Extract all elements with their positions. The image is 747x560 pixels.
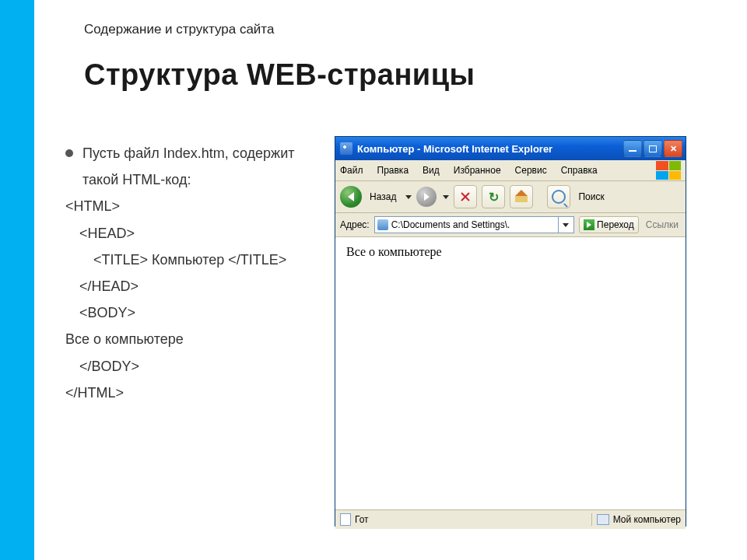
bullet-text: Пусть файл Index.htm, содержит такой HTM…	[82, 140, 330, 193]
close-icon: ✕	[670, 144, 677, 154]
go-button[interactable]: Переход	[579, 216, 639, 233]
status-right-text: Мой компьютер	[613, 514, 681, 525]
menu-view[interactable]: Вид	[423, 165, 440, 176]
go-label: Переход	[597, 219, 634, 230]
windows-logo-icon	[656, 161, 681, 180]
back-dropdown[interactable]	[405, 195, 412, 199]
search-button[interactable]	[547, 185, 570, 208]
maximize-icon	[649, 145, 657, 152]
menu-help[interactable]: Справка	[561, 165, 598, 176]
page-icon	[377, 219, 388, 230]
code-line: <HTML>	[65, 193, 330, 219]
ie-app-icon	[340, 142, 352, 155]
forward-button[interactable]	[416, 187, 437, 207]
status-separator	[591, 513, 592, 526]
links-label[interactable]: Ссылки	[644, 219, 681, 230]
stop-icon	[459, 191, 472, 203]
refresh-button[interactable]: ↻	[482, 185, 505, 208]
slide-left-column: Пусть файл Index.htm, содержит такой HTM…	[65, 140, 330, 406]
ie-window: Компьютер - Microsoft Internet Explorer …	[335, 136, 686, 527]
address-value: C:\Documents and Settings\.	[391, 219, 510, 230]
code-line: Все о компьютере	[65, 326, 330, 352]
slide-accent-bar	[0, 0, 34, 560]
page-body-text: Все о компьютере	[346, 245, 442, 258]
code-line: </HTML>	[65, 380, 330, 406]
forward-dropdown[interactable]	[443, 195, 449, 199]
go-icon	[584, 219, 594, 230]
code-line: </HEAD>	[79, 273, 330, 299]
stop-button[interactable]	[454, 185, 477, 208]
chevron-down-icon	[563, 223, 569, 227]
window-title: Компьютер - Microsoft Internet Explorer	[357, 143, 623, 155]
close-button[interactable]: ✕	[664, 140, 682, 157]
code-line: <HEAD>	[79, 220, 330, 247]
code-line: <TITLE> Компьютер </TITLE>	[93, 247, 330, 273]
address-dropdown[interactable]	[558, 217, 571, 233]
address-field[interactable]: C:\Documents and Settings\.	[374, 216, 574, 233]
bullet-item: Пусть файл Index.htm, содержит такой HTM…	[65, 140, 330, 193]
slide-title: Структура WEB-страницы	[84, 58, 475, 92]
menu-file[interactable]: Файл	[340, 165, 363, 176]
back-button[interactable]	[340, 186, 362, 208]
menubar: Файл Правка Вид Избранное Сервис Справка	[335, 160, 686, 181]
bullet-dot-icon	[65, 149, 73, 157]
search-label: Поиск	[578, 191, 604, 202]
forward-arrow-icon	[424, 193, 430, 201]
status-page-icon	[340, 513, 351, 526]
slide-subtitle: Содержание и структура сайта	[84, 22, 274, 37]
home-icon	[515, 191, 528, 202]
minimize-button[interactable]	[623, 140, 642, 157]
titlebar: Компьютер - Microsoft Internet Explorer …	[335, 137, 686, 160]
browser-viewport: Все о компьютере	[335, 237, 686, 509]
maximize-button[interactable]	[644, 140, 662, 157]
back-label: Назад	[370, 191, 396, 202]
code-line: <BODY>	[79, 299, 330, 326]
menu-favorites[interactable]: Избранное	[454, 165, 501, 176]
refresh-icon: ↻	[489, 190, 499, 205]
home-button[interactable]	[510, 185, 533, 208]
status-left-text: Гот	[355, 514, 369, 525]
search-icon	[552, 190, 566, 204]
address-label: Адрес:	[340, 219, 370, 230]
computer-icon	[597, 514, 609, 525]
addressbar: Адрес: C:\Documents and Settings\. Перех…	[335, 213, 686, 237]
minimize-icon	[629, 150, 637, 152]
code-line: </BODY>	[79, 353, 330, 380]
toolbar: Назад ↻ Поиск	[335, 181, 686, 213]
statusbar: Гот Мой компьютер	[335, 509, 686, 529]
menu-edit[interactable]: Правка	[377, 165, 409, 176]
back-arrow-icon	[348, 192, 354, 201]
menu-tools[interactable]: Сервис	[515, 165, 547, 176]
